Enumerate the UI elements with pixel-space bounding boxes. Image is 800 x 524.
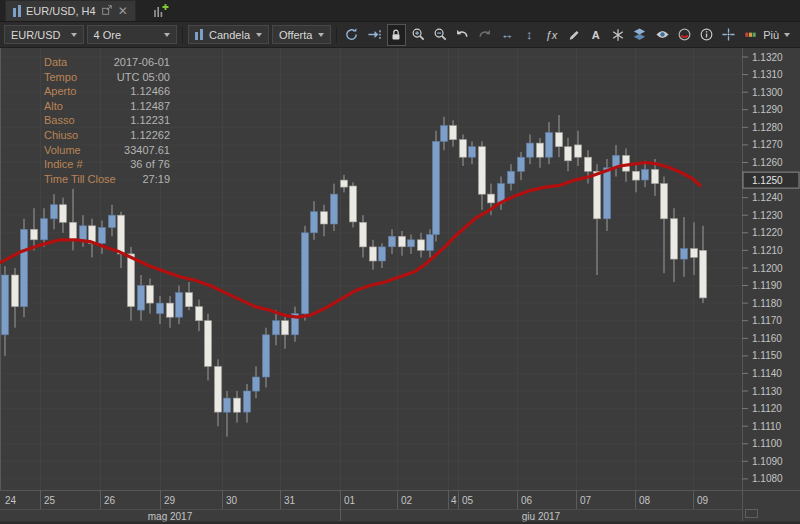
charttype-value: Candela [209,29,250,41]
y-axis-label: 1.1080 [752,473,783,484]
info-row: Volume33407.61 [44,143,170,158]
zoom-out-icon[interactable] [431,24,450,46]
candle [80,226,87,240]
sentiment-icon[interactable] [675,24,694,46]
detach-icon[interactable] [101,4,113,18]
y-axis-label: 1.1260 [752,157,783,168]
info-row: Chiuso1.12262 [44,128,170,143]
candle [21,229,28,306]
draw-shapes-icon[interactable] [608,24,627,46]
info-row: Time Till Close27:19 [44,172,170,187]
quote-dropdown[interactable]: Offerta [272,25,331,44]
candle [147,286,154,304]
y-axis-label: 1.1270 [752,139,783,150]
charttype-dropdown[interactable]: Candela [188,25,269,44]
jump-to-current-icon[interactable] [365,24,384,46]
candle [565,147,572,161]
lock-icon[interactable] [387,24,406,46]
crosshair-icon[interactable] [719,24,738,46]
refresh-icon[interactable] [342,24,361,46]
add-chart-icon [152,3,169,19]
candle [575,145,582,157]
chart-tab[interactable]: EUR/USD, H4 ✕ [5,0,136,21]
y-axis-label: 1.1290 [752,104,783,115]
candle [399,236,406,247]
trading-platform-window: 1.13201.13101.13001.12901.12801.12701.12… [0,0,800,524]
candle [360,222,367,247]
x-axis-day-label: 09 [697,495,709,506]
candle [60,205,67,223]
draw-text-icon[interactable]: A [586,24,605,46]
redo-icon[interactable] [475,24,494,46]
y-axis-label: 1.1220 [752,227,783,238]
market-depth-icon[interactable] [741,24,760,46]
candle [331,194,338,224]
x-axis-day-label: 30 [226,495,238,506]
y-axis-label: 1.1320 [752,52,783,63]
candle [273,321,280,335]
candle [51,205,58,219]
info-icon[interactable] [697,24,716,46]
candle [441,126,448,142]
x-axis-day-label: 4 [451,495,457,506]
tab-bar: EUR/USD, H4 ✕ [0,0,800,22]
info-row: Alto1.12487 [44,99,170,114]
candle [488,194,495,203]
y-axis-label: 1.1170 [752,315,782,326]
x-axis-day-label: 26 [104,495,116,506]
candle [186,293,193,307]
candle [633,171,640,180]
undo-icon[interactable] [453,24,472,46]
candle [109,215,116,227]
candle [282,321,289,335]
x-axis-day-label: 08 [639,495,651,506]
candle [2,275,9,335]
symbol-dropdown[interactable]: EUR/USD [4,25,84,44]
draw-pencil-icon[interactable] [564,24,583,46]
objects-layers-icon[interactable] [630,24,649,46]
indicators-fx-icon[interactable]: ƒx [542,24,561,46]
y-axis-label: 1.1190 [752,280,782,291]
chevron-down-icon [164,33,170,37]
x-axis-day-label: 07 [580,495,592,506]
candle [215,366,222,412]
y-axis-label: 1.1140 [752,368,782,379]
candle [604,168,611,219]
candle [244,391,251,412]
candle [508,171,515,183]
x-axis-day-label: 25 [44,495,56,506]
vertical-scale-icon[interactable]: ↕ [520,24,539,46]
chevron-down-icon [256,33,262,37]
horizontal-scale-icon[interactable]: ↔ [498,24,517,46]
info-row: Basso1.12231 [44,113,170,128]
info-row: Data2017-06-01 [44,55,170,70]
new-chart-button[interactable] [146,1,175,21]
y-axis-label: 1.1110 [752,421,782,432]
chevron-down-icon [71,33,77,37]
candle [661,184,668,219]
candle [118,215,125,254]
x-axis-month-label: giu 2017 [522,511,561,522]
timeframe-dropdown[interactable]: 4 Ore [87,25,178,44]
chevron-down-icon [318,33,324,37]
more-dropdown[interactable]: Più [763,29,790,41]
candle [427,235,434,251]
candle [700,250,707,298]
candle [370,247,377,261]
candle [594,171,601,219]
candle [263,335,270,377]
candle [652,170,659,184]
y-axis-label: 1.1240 [752,192,783,203]
close-icon[interactable]: ✕ [118,6,128,16]
candle [433,141,440,234]
y-axis-label: 1.1130 [752,386,782,397]
y-axis-label: 1.1230 [752,210,783,221]
y-axis-label: 1.1150 [752,350,782,361]
candle [341,180,348,187]
candle [460,140,467,158]
x-axis-day-label: 29 [164,495,176,506]
visibility-eye-icon[interactable] [653,24,672,46]
zoom-in-icon[interactable] [409,24,428,46]
chart-toolbar: EUR/USD 4 Ore Candela Offerta [0,22,800,48]
candle [642,170,649,181]
